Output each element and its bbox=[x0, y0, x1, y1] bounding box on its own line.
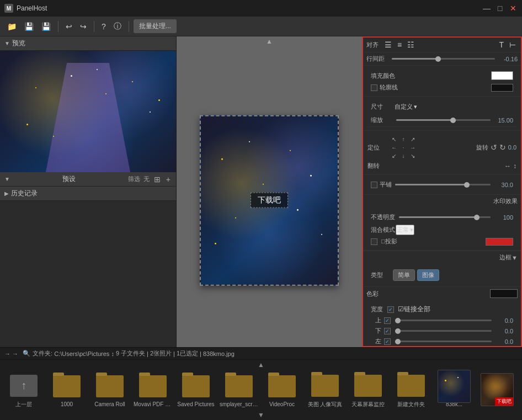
outline-color-swatch[interactable] bbox=[491, 84, 513, 92]
undo-button[interactable]: ↩ bbox=[63, 20, 75, 33]
list-item[interactable]: Camera Roll bbox=[90, 373, 129, 407]
align-right-button[interactable]: ☷ bbox=[406, 40, 416, 50]
nav-down-button[interactable]: ▼ bbox=[258, 411, 264, 419]
pos-mr-button[interactable]: → bbox=[408, 143, 417, 151]
title-controls: — □ ✕ bbox=[482, 4, 518, 13]
presets-header[interactable]: ▼ 预设 筛选 无 ⊞ + bbox=[0, 172, 176, 187]
flip-v-button[interactable]: ↕ bbox=[513, 162, 516, 170]
flip-buttons: ↔ ↕ bbox=[504, 162, 516, 170]
center-panel[interactable]: ▲ 下载吧 bbox=[177, 36, 362, 347]
file-browser: ▲ ↑ 上一层 1000 Camera Roll Movav bbox=[0, 359, 522, 420]
opacity-row: 不透明度 100 bbox=[367, 211, 516, 224]
flip-h-button[interactable]: ↔ bbox=[504, 162, 511, 170]
type-section: 类型 简单 图像 bbox=[363, 264, 521, 287]
redo-button[interactable]: ↪ bbox=[77, 20, 89, 33]
list-item[interactable]: 1000 bbox=[47, 373, 86, 407]
pos-bl-button[interactable]: ↙ bbox=[390, 152, 398, 160]
list-item[interactable]: Movavi PDF E... bbox=[134, 373, 172, 407]
info-button[interactable]: ⓘ bbox=[111, 20, 124, 33]
help-button[interactable]: ? bbox=[99, 20, 109, 33]
text-align-button[interactable]: T bbox=[497, 40, 505, 50]
side-top-checkbox[interactable] bbox=[384, 317, 391, 324]
side-left-checkbox[interactable] bbox=[384, 338, 391, 345]
save-button[interactable]: 💾 bbox=[22, 20, 36, 33]
side-top-slider[interactable] bbox=[395, 320, 492, 321]
file-item-label: 新建文件夹 bbox=[397, 401, 425, 408]
rotate-ccw-button[interactable]: ↺ bbox=[491, 143, 497, 152]
folder-icon bbox=[395, 372, 428, 400]
line-spacing-value: -0.16 bbox=[498, 56, 518, 62]
opacity-value: 100 bbox=[494, 214, 513, 221]
right-panel: 对齐 ☰ ≡ ☷ T ⊢ 行间距 -0.16 填充颜色 轮廓线 bbox=[362, 36, 522, 347]
fill-color-swatch[interactable] bbox=[491, 71, 513, 80]
side-bottom-checkbox[interactable] bbox=[384, 328, 391, 334]
side-bottom-label: 下 bbox=[371, 327, 382, 335]
align-center-button[interactable]: ≡ bbox=[396, 40, 403, 50]
maximize-button[interactable]: □ bbox=[496, 4, 504, 13]
batch-process-button[interactable]: 批量处理... bbox=[134, 19, 177, 33]
add-preset-button[interactable]: + bbox=[165, 175, 172, 184]
list-item[interactable]: 天幕屏幕监控 bbox=[349, 372, 387, 408]
open-button[interactable]: 📁 bbox=[4, 20, 19, 33]
pos-tl-button[interactable]: ↖ bbox=[390, 135, 398, 143]
opacity-slider[interactable] bbox=[399, 216, 491, 218]
list-item[interactable]: smplayer_scre... bbox=[220, 373, 258, 407]
tile-value: 30.0 bbox=[494, 182, 513, 188]
history-header[interactable]: ▶ 历史记录 bbox=[0, 187, 176, 201]
tile-label: 平铺 bbox=[380, 180, 392, 189]
shadow-checkbox[interactable] bbox=[371, 238, 377, 245]
file-item-label: 天幕屏幕监控 bbox=[351, 401, 385, 408]
side-bottom-slider[interactable] bbox=[395, 330, 492, 332]
pos-mc-button[interactable]: · bbox=[399, 143, 408, 151]
pos-tr-button[interactable]: ↗ bbox=[408, 135, 417, 143]
shadow-color-swatch[interactable] bbox=[486, 238, 513, 246]
presets-arrow-icon: ▼ bbox=[4, 176, 10, 182]
list-item[interactable]: 838k... bbox=[435, 373, 473, 407]
tile-slider[interactable] bbox=[395, 184, 491, 185]
outline-checkbox[interactable] bbox=[371, 84, 377, 91]
side-top-label: 上 bbox=[371, 316, 382, 325]
title-bar-left: M PanelHost bbox=[4, 4, 47, 13]
preview-content bbox=[0, 51, 176, 172]
file-item-label: Movavi PDF E... bbox=[134, 401, 172, 407]
color-swatch[interactable] bbox=[490, 289, 518, 298]
type-simple-button[interactable]: 简单 bbox=[393, 269, 415, 281]
pos-bc-button[interactable]: ↓ bbox=[399, 152, 408, 160]
pos-tc-button[interactable]: ↑ bbox=[399, 135, 408, 143]
preview-title: 预览 bbox=[12, 39, 25, 48]
blend-value-button[interactable]: 正常 ▾ bbox=[396, 225, 414, 235]
status-sep-3: | bbox=[200, 350, 201, 357]
pos-ml-button[interactable]: ← bbox=[390, 143, 398, 151]
save-as-button[interactable]: 💾 bbox=[39, 20, 54, 33]
close-button[interactable]: ✕ bbox=[509, 4, 518, 13]
list-item[interactable]: VideoProc bbox=[263, 373, 301, 407]
align-left-button[interactable]: ☰ bbox=[383, 40, 393, 50]
link-all-checkbox[interactable] bbox=[387, 306, 394, 313]
minimize-button[interactable]: — bbox=[482, 4, 491, 13]
list-item[interactable]: ↑ 上一层 bbox=[4, 372, 43, 408]
app-title: PanelHost bbox=[17, 4, 47, 12]
size-value-button[interactable]: 自定义 ▾ bbox=[393, 102, 419, 111]
preview-header[interactable]: ▼ 预览 bbox=[0, 36, 176, 51]
pos-br-button[interactable]: ↘ bbox=[408, 152, 417, 160]
filter-button[interactable]: ⊞ bbox=[153, 175, 162, 184]
side-left-slider[interactable] bbox=[395, 341, 492, 342]
up-arrow-icon: ↑ bbox=[10, 375, 38, 397]
list-item[interactable]: 美图 人像写真 bbox=[306, 372, 344, 408]
scale-slider[interactable] bbox=[396, 119, 491, 121]
line-spacing-slider[interactable] bbox=[392, 58, 495, 60]
status-sep-2: | bbox=[173, 350, 175, 357]
presets-section: ▼ 预设 筛选 无 ⊞ + bbox=[0, 172, 176, 187]
nav-up-button[interactable]: ▲ bbox=[258, 361, 264, 369]
text-indent-button[interactable]: ⊢ bbox=[508, 40, 518, 50]
rotate-label: 旋转 bbox=[476, 143, 488, 152]
list-item[interactable]: Saved Pictures bbox=[177, 373, 215, 407]
list-item[interactable]: 新建文件夹 bbox=[392, 372, 430, 408]
image-card[interactable]: 下载吧 bbox=[200, 115, 339, 286]
tile-checkbox[interactable] bbox=[371, 182, 377, 188]
rotate-cw-button[interactable]: ↻ bbox=[499, 143, 506, 152]
scale-label: 缩放 bbox=[371, 116, 393, 124]
app-logo: M bbox=[4, 4, 13, 13]
list-item[interactable]: 下载吧 bbox=[478, 376, 516, 405]
type-image-button[interactable]: 图像 bbox=[417, 269, 439, 281]
